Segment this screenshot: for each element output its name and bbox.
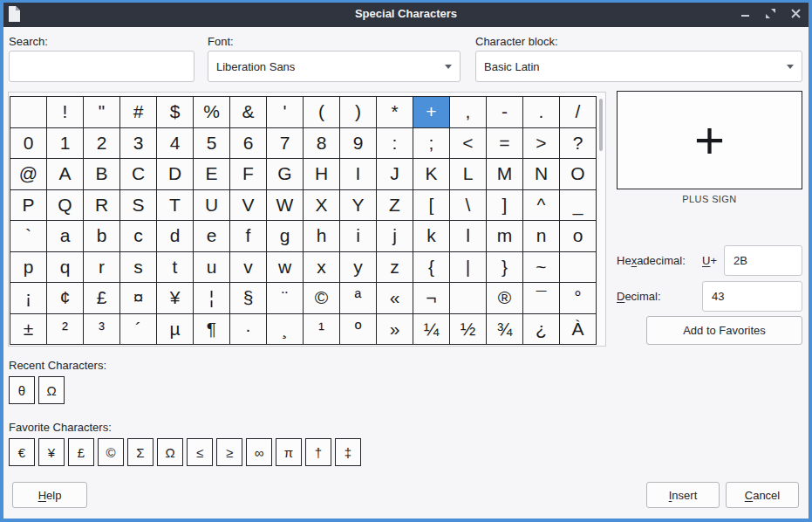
grid-cell[interactable]: 2	[84, 128, 120, 160]
grid-cell[interactable]: A	[47, 159, 84, 190]
grid-cell[interactable]: B	[84, 159, 120, 190]
character-block-dropdown[interactable]: Basic Latin	[475, 51, 802, 82]
grid-cell[interactable]: o	[560, 221, 597, 252]
decimal-input[interactable]	[702, 281, 802, 312]
grid-cell[interactable]: S	[120, 190, 157, 222]
grid-cell[interactable]: O	[560, 159, 597, 190]
grid-cell[interactable]: 4	[157, 128, 194, 160]
grid-cell[interactable]: 8	[304, 128, 340, 160]
grid-cell[interactable]: d	[157, 221, 194, 252]
grid-cell[interactable]: %	[194, 97, 230, 128]
grid-cell[interactable]: z	[377, 252, 413, 284]
grid-cell[interactable]: <	[450, 128, 487, 160]
grid-cell[interactable]: ¸	[267, 314, 304, 346]
character-box[interactable]: €	[9, 438, 35, 466]
help-button[interactable]: Help	[12, 482, 87, 508]
character-box[interactable]: ‡	[335, 438, 361, 466]
hexadecimal-input[interactable]	[724, 245, 802, 276]
grid-cell[interactable]: U	[194, 190, 230, 222]
grid-cell[interactable]: ²	[47, 314, 84, 346]
grid-cell[interactable]: l	[450, 221, 487, 252]
grid-cell[interactable]: ¨	[267, 283, 304, 314]
grid-cell[interactable]: «	[377, 283, 413, 314]
grid-cell[interactable]	[450, 283, 487, 314]
grid-cell[interactable]: ¤	[120, 283, 157, 314]
character-box[interactable]: ≥	[216, 438, 242, 466]
grid-cell[interactable]: g	[267, 221, 304, 252]
grid-cell[interactable]: ~	[523, 252, 560, 284]
grid-cell[interactable]: ¿	[523, 314, 560, 346]
character-box[interactable]: ¥	[38, 438, 65, 466]
grid-cell[interactable]: 6	[230, 128, 267, 160]
grid-cell[interactable]: ^	[523, 190, 560, 222]
grid-cell[interactable]: {	[413, 252, 450, 284]
close-button[interactable]	[789, 8, 802, 20]
character-box[interactable]: Ω	[38, 376, 65, 404]
grid-cell[interactable]: c	[120, 221, 157, 252]
grid-cell[interactable]: 1	[47, 128, 84, 160]
grid-cell[interactable]: [	[413, 190, 450, 222]
grid-cell[interactable]: F	[230, 159, 267, 190]
grid-cell[interactable]: k	[413, 221, 450, 252]
grid-cell[interactable]: y	[340, 252, 377, 284]
grid-cell[interactable]: »	[377, 314, 413, 346]
grid-cell[interactable]: -	[487, 97, 523, 128]
grid-cell[interactable]	[10, 97, 47, 128]
grid-cell[interactable]: ]	[487, 190, 523, 222]
grid-cell[interactable]: P	[10, 190, 47, 222]
character-box[interactable]: ©	[98, 438, 124, 466]
grid-cell[interactable]: ¦	[194, 283, 230, 314]
grid-cell[interactable]: º	[340, 314, 377, 346]
grid-cell[interactable]: b	[84, 221, 120, 252]
grid-cell[interactable]: M	[487, 159, 523, 190]
grid-cell[interactable]: ¡	[10, 283, 47, 314]
grid-cell[interactable]: q	[47, 252, 84, 284]
grid-cell[interactable]: ¬	[413, 283, 450, 314]
grid-cell[interactable]: &	[230, 97, 267, 128]
character-box[interactable]: †	[305, 438, 331, 466]
grid-cell[interactable]: 0	[10, 128, 47, 160]
grid-cell[interactable]: 7	[267, 128, 304, 160]
grid-cell[interactable]: G	[267, 159, 304, 190]
grid-cell[interactable]: $	[157, 97, 194, 128]
grid-cell[interactable]: (	[304, 97, 340, 128]
grid-cell[interactable]: ¶	[194, 314, 230, 346]
grid-cell[interactable]: \	[450, 190, 487, 222]
grid-cell[interactable]: ±	[10, 314, 47, 346]
grid-cell[interactable]: x	[304, 252, 340, 284]
grid-scrollbar-thumb[interactable]	[599, 99, 603, 151]
grid-cell[interactable]: ¹	[304, 314, 340, 346]
character-box[interactable]: π	[276, 438, 302, 466]
grid-cell[interactable]: ½	[450, 314, 487, 346]
grid-cell[interactable]: r	[84, 252, 120, 284]
grid-cell[interactable]: #	[120, 97, 157, 128]
grid-cell[interactable]: ´	[120, 314, 157, 346]
grid-cell[interactable]: ©	[304, 283, 340, 314]
grid-cell[interactable]: ?	[560, 128, 597, 160]
grid-cell[interactable]: +	[413, 97, 450, 128]
grid-cell[interactable]: /	[560, 97, 597, 128]
grid-cell[interactable]: *	[377, 97, 413, 128]
grid-cell[interactable]: µ	[157, 314, 194, 346]
insert-button[interactable]: Insert	[646, 482, 720, 508]
grid-cell[interactable]: :	[377, 128, 413, 160]
character-box[interactable]: Ω	[157, 438, 183, 466]
grid-cell[interactable]: Y	[340, 190, 377, 222]
minimize-button[interactable]	[739, 8, 751, 20]
grid-cell[interactable]: °	[560, 283, 597, 314]
grid-cell[interactable]: s	[120, 252, 157, 284]
grid-cell[interactable]: C	[120, 159, 157, 190]
font-dropdown[interactable]: Liberation Sans	[208, 51, 461, 82]
grid-cell[interactable]: ¼	[413, 314, 450, 346]
grid-cell[interactable]: ª	[340, 283, 377, 314]
grid-cell[interactable]: n	[523, 221, 560, 252]
grid-cell[interactable]: p	[10, 252, 47, 284]
grid-cell[interactable]: ®	[487, 283, 523, 314]
grid-cell[interactable]: 5	[194, 128, 230, 160]
grid-cell[interactable]: )	[340, 97, 377, 128]
grid-cell[interactable]: ;	[413, 128, 450, 160]
grid-cell[interactable]: >	[523, 128, 560, 160]
grid-cell[interactable]: 3	[120, 128, 157, 160]
grid-cell[interactable]: ·	[230, 314, 267, 346]
grid-cell[interactable]: I	[340, 159, 377, 190]
